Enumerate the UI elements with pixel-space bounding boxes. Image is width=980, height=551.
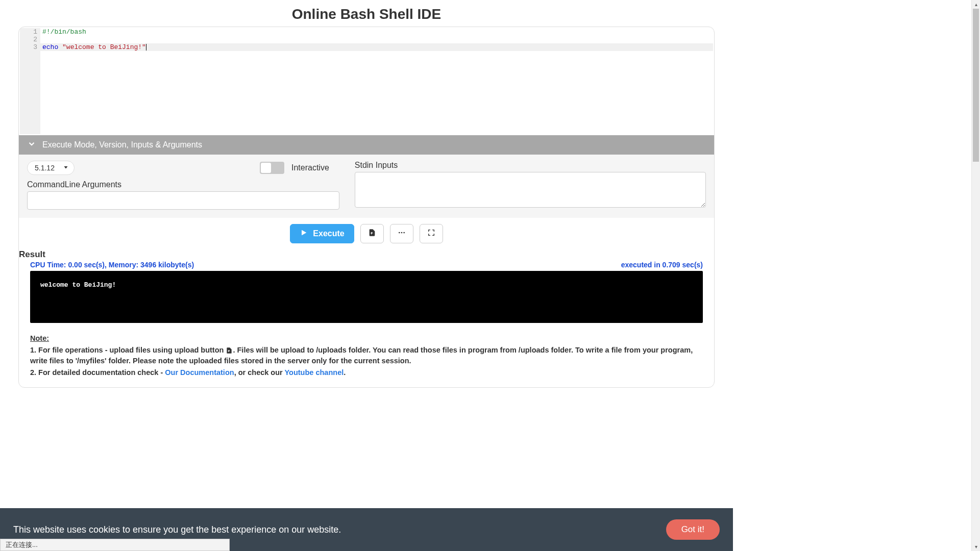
code-token	[42, 36, 711, 43]
cmdline-label: CommandLine Arguments	[27, 180, 339, 189]
text-caret	[146, 44, 146, 51]
svg-point-2	[399, 232, 400, 234]
documentation-link[interactable]: Our Documentation	[165, 368, 234, 377]
note-text: 2. For detailed documentation check -	[30, 368, 165, 377]
result-title: Result	[19, 249, 714, 260]
ide-card: 1 2 3 #!/bin/bash echo "welcome to BeiJi…	[18, 27, 715, 388]
scroll-thumb[interactable]	[973, 9, 979, 162]
toggle-knob	[261, 163, 271, 173]
play-icon	[300, 229, 308, 239]
code-token: "welcome to BeiJing!"	[62, 43, 146, 51]
line-number: 3	[23, 43, 37, 51]
chevron-down-icon	[27, 139, 36, 151]
options-header-label: Execute Mode, Version, Inputs & Argument…	[42, 140, 202, 149]
upload-button[interactable]	[360, 224, 384, 243]
code-area[interactable]: #!/bin/bash echo "welcome to BeiJing!"	[40, 28, 713, 134]
result-cpu-mem: CPU Time: 0.00 sec(s), Memory: 3496 kilo…	[30, 261, 194, 269]
file-upload-icon	[226, 347, 233, 354]
action-bar: Execute	[19, 218, 714, 246]
youtube-link[interactable]: Youtube channel	[284, 368, 344, 377]
result-terminal: welcome to BeiJing!	[30, 271, 703, 323]
interactive-label: Interactive	[291, 163, 329, 172]
note-text: .	[344, 368, 346, 377]
fullscreen-button[interactable]	[420, 224, 443, 243]
note-line-1: 1. For file operations - upload files us…	[30, 345, 703, 366]
svg-point-4	[403, 232, 405, 234]
vertical-scrollbar[interactable]: ▴ ▾	[971, 0, 980, 388]
code-editor[interactable]: 1 2 3 #!/bin/bash echo "welcome to BeiJi…	[20, 28, 713, 134]
expand-icon	[427, 229, 435, 239]
note-text: 1. For file operations - upload files us…	[30, 346, 226, 354]
scroll-up-icon[interactable]: ▴	[972, 0, 980, 9]
svg-marker-1	[302, 230, 306, 236]
stdin-label: Stdin Inputs	[355, 161, 706, 170]
ellipsis-icon	[398, 229, 406, 239]
version-select[interactable]: 5.1.12	[27, 161, 75, 175]
note-text: , or check our	[234, 368, 285, 377]
note-title: Note:	[30, 333, 703, 344]
cmdline-input[interactable]	[27, 191, 339, 210]
line-number: 1	[23, 28, 37, 36]
code-token: echo	[42, 43, 58, 51]
execute-label: Execute	[313, 229, 344, 238]
version-value: 5.1.12	[35, 164, 55, 172]
svg-marker-0	[64, 166, 67, 169]
more-button[interactable]	[390, 224, 413, 243]
note-line-2: 2. For detailed documentation check - Ou…	[30, 367, 703, 378]
file-upload-icon	[368, 229, 376, 239]
svg-point-3	[401, 232, 402, 234]
stdin-input[interactable]	[355, 172, 706, 208]
code-token: #!/bin/bash	[42, 28, 86, 36]
execute-button[interactable]: Execute	[290, 224, 354, 243]
options-panel-body: 5.1.12 Interactive CommandLine Arguments	[19, 155, 714, 218]
result-exec-time: executed in 0.709 sec(s)	[621, 261, 703, 269]
page-title: Online Bash Shell IDE	[0, 0, 733, 27]
line-number: 2	[23, 36, 37, 43]
chevron-down-icon	[63, 164, 69, 172]
line-gutter: 1 2 3	[20, 28, 40, 134]
options-panel-header[interactable]: Execute Mode, Version, Inputs & Argument…	[19, 135, 714, 155]
interactive-toggle[interactable]	[260, 162, 284, 174]
